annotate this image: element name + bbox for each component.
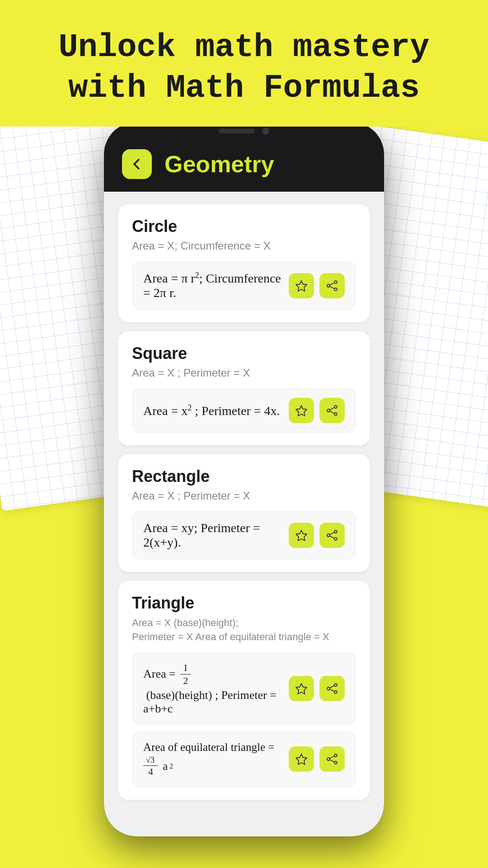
triangle-2-actions bbox=[289, 746, 345, 772]
triangle-formula-row-1: Area = 1 2 (base)(height) ; Perimeter = … bbox=[132, 652, 356, 725]
circle-share-button[interactable] bbox=[319, 273, 345, 298]
svg-point-3 bbox=[327, 284, 330, 287]
triangle-formula-text-1: Area = 1 2 (base)(height) ; Perimeter = … bbox=[143, 662, 289, 716]
svg-point-26 bbox=[334, 761, 337, 764]
rectangle-star-button[interactable] bbox=[289, 523, 314, 548]
square-section: Square Area = X ; Perimeter = X Area = x… bbox=[118, 331, 370, 445]
phone-mockup: Geometry Circle Area = X; Circumference … bbox=[104, 122, 384, 836]
triangle-1-actions bbox=[289, 676, 345, 701]
svg-line-29 bbox=[330, 760, 334, 762]
headline: Unlock math mastery with Math Formulas bbox=[36, 27, 452, 108]
triangle-2-star-button[interactable] bbox=[289, 746, 314, 772]
svg-point-15 bbox=[327, 534, 330, 537]
rectangle-share-button[interactable] bbox=[319, 523, 345, 548]
svg-line-16 bbox=[330, 533, 334, 535]
triangle-formula-row-2: Area of equilateral triangle = √3 4 a2 bbox=[132, 731, 356, 787]
square-share-button[interactable] bbox=[319, 398, 345, 423]
svg-line-23 bbox=[330, 689, 334, 692]
svg-point-9 bbox=[327, 409, 330, 412]
svg-point-27 bbox=[327, 758, 330, 760]
svg-line-5 bbox=[330, 286, 334, 288]
app-content: Circle Area = X; Circumference = X Area … bbox=[104, 192, 384, 836]
svg-point-2 bbox=[334, 288, 337, 291]
svg-point-13 bbox=[334, 530, 337, 533]
rectangle-section: Rectangle Area = X ; Perimeter = X Area … bbox=[118, 454, 370, 572]
camera bbox=[262, 127, 269, 135]
square-subtitle: Area = X ; Perimeter = X bbox=[132, 367, 356, 379]
top-banner: Unlock math mastery with Math Formulas bbox=[0, 0, 488, 127]
svg-point-19 bbox=[334, 684, 337, 686]
svg-line-10 bbox=[330, 408, 334, 410]
svg-point-1 bbox=[334, 281, 337, 283]
rectangle-title: Rectangle bbox=[132, 467, 356, 486]
svg-point-14 bbox=[334, 538, 337, 540]
svg-marker-18 bbox=[296, 684, 307, 694]
speaker bbox=[219, 129, 255, 133]
svg-point-25 bbox=[334, 754, 337, 757]
svg-marker-12 bbox=[296, 530, 307, 541]
back-button[interactable] bbox=[122, 149, 152, 179]
svg-line-22 bbox=[330, 686, 334, 688]
svg-point-7 bbox=[334, 406, 337, 408]
svg-point-8 bbox=[334, 413, 337, 415]
svg-point-21 bbox=[327, 687, 330, 690]
circle-formula-row: Area = π r2; Circumference = 2π r. bbox=[132, 261, 356, 310]
svg-line-28 bbox=[330, 756, 334, 759]
circle-subtitle: Area = X; Circumference = X bbox=[132, 240, 356, 252]
app-title: Geometry bbox=[164, 151, 274, 178]
circle-actions bbox=[289, 273, 345, 298]
triangle-title: Triangle bbox=[132, 594, 356, 613]
svg-line-11 bbox=[330, 411, 334, 414]
triangle-section: Triangle Area = X (base)(height);Perimet… bbox=[118, 581, 370, 800]
rectangle-formula-text: Area = xy; Perimeter = 2(x+y). bbox=[143, 521, 289, 550]
circle-formula-text: Area = π r2; Circumference = 2π r. bbox=[143, 271, 289, 300]
svg-point-20 bbox=[334, 691, 337, 693]
rectangle-formula-row: Area = xy; Perimeter = 2(x+y). bbox=[132, 511, 356, 559]
triangle-formula-text-2: Area of equilateral triangle = √3 4 a2 bbox=[143, 741, 289, 778]
circle-star-button[interactable] bbox=[289, 273, 314, 298]
triangle-1-star-button[interactable] bbox=[289, 676, 314, 701]
phone-screen: Geometry Circle Area = X; Circumference … bbox=[104, 122, 384, 836]
triangle-2-share-button[interactable] bbox=[319, 746, 345, 772]
square-formula-text: Area = x2 ; Perimeter = 4x. bbox=[143, 403, 289, 418]
triangle-1-share-button[interactable] bbox=[319, 676, 345, 701]
svg-line-4 bbox=[330, 283, 334, 285]
svg-marker-6 bbox=[296, 406, 307, 416]
rectangle-subtitle: Area = X ; Perimeter = X bbox=[132, 490, 356, 502]
square-formula-row: Area = x2 ; Perimeter = 4x. bbox=[132, 388, 356, 433]
svg-marker-0 bbox=[296, 281, 307, 291]
svg-line-17 bbox=[330, 536, 334, 538]
circle-section: Circle Area = X; Circumference = X Area … bbox=[118, 204, 370, 322]
square-title: Square bbox=[132, 344, 356, 363]
square-actions bbox=[289, 398, 345, 423]
svg-marker-24 bbox=[296, 754, 307, 764]
square-star-button[interactable] bbox=[289, 398, 314, 423]
triangle-subtitle: Area = X (base)(height);Perimeter = X Ar… bbox=[132, 616, 356, 644]
rectangle-actions bbox=[289, 523, 345, 548]
circle-title: Circle bbox=[132, 217, 356, 236]
